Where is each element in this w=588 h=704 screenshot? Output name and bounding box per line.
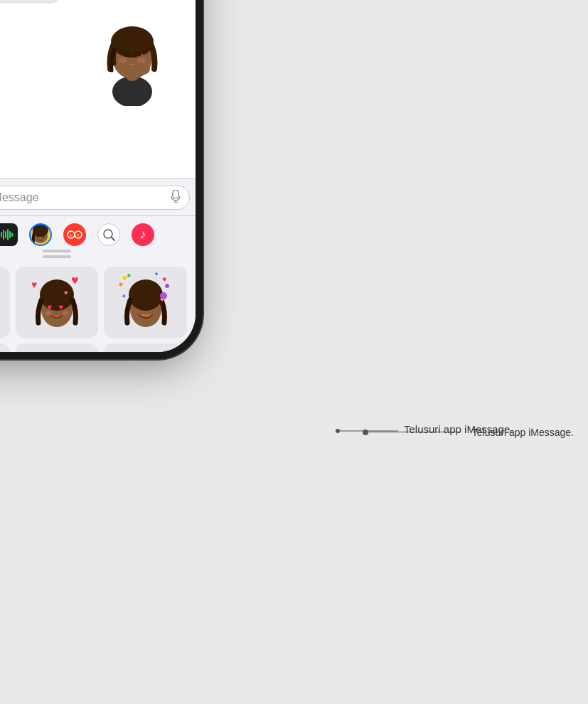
input-placeholder: iMessage: [0, 191, 38, 204]
svg-rect-24: [11, 233, 13, 237]
svg-point-87: [336, 429, 340, 433]
messages-area: Hey... I'm running late No worries, me t…: [0, 0, 196, 178]
search-drawer-icon[interactable]: [97, 223, 120, 246]
app-drawer: A: [0, 215, 196, 252]
message-bubble: Breakfast burritos ? 🌯: [0, 0, 63, 4]
sticker-cell[interactable]: [16, 343, 99, 352]
svg-rect-55: [122, 275, 127, 280]
svg-point-63: [160, 292, 167, 299]
svg-rect-20: [3, 230, 4, 240]
svg-rect-15: [173, 190, 178, 198]
svg-point-12: [137, 58, 146, 63]
svg-text:♥: ♥: [71, 273, 79, 287]
svg-rect-21: [5, 231, 6, 238]
fun-stickers-drawer-icon[interactable]: ★ ★: [63, 223, 86, 246]
svg-rect-57: [155, 272, 158, 275]
svg-point-52: [62, 311, 69, 315]
scene: 09.41: [0, 0, 588, 704]
svg-text:★: ★: [69, 233, 73, 238]
svg-rect-56: [162, 277, 166, 281]
microphone-icon[interactable]: [171, 190, 181, 205]
svg-rect-23: [9, 231, 11, 238]
input-area: A iMessage: [0, 178, 196, 215]
svg-rect-19: [1, 232, 2, 238]
sticker-grid: ✨ ✨ ♥ ♥ ♥ ♥ ♥: [0, 258, 196, 352]
memoji-drawer-icon[interactable]: [29, 223, 52, 246]
sticker-cell[interactable]: ♥ ♥ ♥ ♥ ♥: [16, 267, 99, 338]
svg-point-29: [43, 235, 44, 237]
svg-rect-22: [7, 229, 9, 240]
music-drawer-icon[interactable]: ♪: [132, 223, 154, 246]
sticker-cell[interactable]: ✨ ✨: [0, 267, 10, 338]
svg-point-35: [104, 230, 112, 238]
svg-text:♥: ♥: [64, 289, 68, 297]
svg-text:✦: ✦: [121, 292, 127, 300]
message-input[interactable]: iMessage: [0, 186, 190, 210]
svg-point-51: [45, 311, 52, 315]
svg-point-45: [40, 279, 74, 311]
phone-frame: 09.41: [0, 0, 196, 352]
svg-text:★: ★: [76, 233, 80, 238]
drag-indicator: [43, 255, 71, 258]
svg-rect-58: [127, 274, 131, 277]
svg-point-11: [119, 58, 127, 63]
sticker-cell[interactable]: [104, 343, 187, 352]
annotation-label: Telusuri app iMessage.: [404, 423, 513, 435]
message-row: Breakfast burritos ? 🌯: [0, 0, 187, 4]
svg-rect-25: [14, 234, 14, 235]
soundbite-drawer-icon[interactable]: [0, 223, 18, 246]
svg-point-60: [119, 283, 122, 287]
svg-point-28: [37, 235, 38, 237]
svg-text:♥: ♥: [31, 279, 37, 290]
svg-point-59: [165, 284, 169, 288]
svg-line-36: [112, 238, 114, 240]
memoji-sticker: [0, 6, 187, 106]
sticker-cell[interactable]: [0, 343, 10, 352]
sticker-cell[interactable]: ✦ ✦: [104, 267, 187, 338]
svg-point-54: [129, 279, 163, 311]
